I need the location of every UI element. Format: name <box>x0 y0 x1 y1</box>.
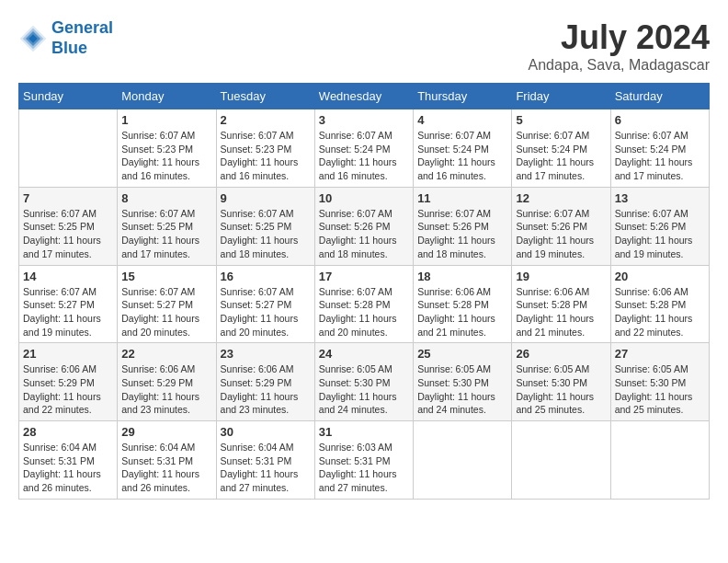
day-info: Sunrise: 6:07 AMSunset: 5:24 PMDaylight:… <box>516 129 606 183</box>
day-cell: 25Sunrise: 6:05 AMSunset: 5:30 PMDayligh… <box>414 343 512 421</box>
logo-general: General <box>51 18 113 37</box>
day-info: Sunrise: 6:06 AMSunset: 5:28 PMDaylight:… <box>516 285 606 339</box>
day-info: Sunrise: 6:06 AMSunset: 5:29 PMDaylight:… <box>23 362 113 417</box>
day-number: 31 <box>319 425 409 439</box>
page-header: General Blue July 2024 Andapa, Sava, Mad… <box>18 18 710 74</box>
week-row-3: 14Sunrise: 6:07 AMSunset: 5:27 PMDayligh… <box>19 265 710 343</box>
day-info: Sunrise: 6:07 AMSunset: 5:26 PMDaylight:… <box>417 207 507 261</box>
day-cell: 16Sunrise: 6:07 AMSunset: 5:27 PMDayligh… <box>216 265 314 343</box>
header-tuesday: Tuesday <box>216 84 314 109</box>
day-number: 13 <box>615 191 705 205</box>
day-number: 6 <box>615 113 705 127</box>
day-info: Sunrise: 6:07 AMSunset: 5:25 PMDaylight:… <box>121 207 211 261</box>
header-wednesday: Wednesday <box>314 84 413 109</box>
day-cell: 22Sunrise: 6:06 AMSunset: 5:29 PMDayligh… <box>118 343 216 421</box>
day-cell: 13Sunrise: 6:07 AMSunset: 5:26 PMDayligh… <box>610 187 709 265</box>
title-block: July 2024 Andapa, Sava, Madagascar <box>529 18 710 74</box>
week-row-5: 28Sunrise: 6:04 AMSunset: 5:31 PMDayligh… <box>19 421 710 500</box>
day-cell: 10Sunrise: 6:07 AMSunset: 5:26 PMDayligh… <box>314 187 413 265</box>
day-number: 22 <box>121 347 211 361</box>
day-info: Sunrise: 6:04 AMSunset: 5:31 PMDaylight:… <box>23 441 113 495</box>
day-cell: 14Sunrise: 6:07 AMSunset: 5:27 PMDayligh… <box>19 265 118 343</box>
week-row-2: 7Sunrise: 6:07 AMSunset: 5:25 PMDaylight… <box>19 187 710 265</box>
day-cell: 9Sunrise: 6:07 AMSunset: 5:25 PMDaylight… <box>216 187 314 265</box>
day-cell: 4Sunrise: 6:07 AMSunset: 5:24 PMDaylight… <box>414 109 512 188</box>
day-number: 30 <box>221 425 311 439</box>
day-info: Sunrise: 6:07 AMSunset: 5:24 PMDaylight:… <box>319 129 409 183</box>
day-info: Sunrise: 6:07 AMSunset: 5:26 PMDaylight:… <box>516 207 606 261</box>
day-number: 7 <box>23 191 113 205</box>
day-info: Sunrise: 6:07 AMSunset: 5:28 PMDaylight:… <box>319 285 409 339</box>
day-number: 1 <box>121 113 211 127</box>
day-info: Sunrise: 6:05 AMSunset: 5:30 PMDaylight:… <box>417 362 507 417</box>
logo-blue: Blue <box>51 39 87 57</box>
day-cell: 2Sunrise: 6:07 AMSunset: 5:23 PMDaylight… <box>216 109 314 188</box>
logo: General Blue <box>18 18 113 58</box>
day-info: Sunrise: 6:07 AMSunset: 5:27 PMDaylight:… <box>221 285 311 339</box>
day-number: 16 <box>221 270 311 283</box>
day-cell: 30Sunrise: 6:04 AMSunset: 5:31 PMDayligh… <box>216 421 314 500</box>
day-info: Sunrise: 6:05 AMSunset: 5:30 PMDaylight:… <box>615 362 705 417</box>
day-cell: 19Sunrise: 6:06 AMSunset: 5:28 PMDayligh… <box>512 265 610 343</box>
day-number: 25 <box>417 347 507 361</box>
day-info: Sunrise: 6:06 AMSunset: 5:28 PMDaylight:… <box>615 285 705 339</box>
day-number: 2 <box>221 113 311 127</box>
day-cell: 7Sunrise: 6:07 AMSunset: 5:25 PMDaylight… <box>19 187 118 265</box>
day-cell: 20Sunrise: 6:06 AMSunset: 5:28 PMDayligh… <box>610 265 709 343</box>
day-info: Sunrise: 6:07 AMSunset: 5:26 PMDaylight:… <box>615 207 705 261</box>
location: Andapa, Sava, Madagascar <box>529 57 710 74</box>
calendar-table: SundayMondayTuesdayWednesdayThursdayFrid… <box>18 83 710 500</box>
day-info: Sunrise: 6:06 AMSunset: 5:29 PMDaylight:… <box>121 362 211 417</box>
day-number: 8 <box>121 191 211 205</box>
day-info: Sunrise: 6:06 AMSunset: 5:29 PMDaylight:… <box>221 362 311 417</box>
header-row: SundayMondayTuesdayWednesdayThursdayFrid… <box>19 84 710 109</box>
day-number: 23 <box>221 347 311 361</box>
logo-icon <box>18 24 48 53</box>
day-number: 17 <box>319 270 409 283</box>
logo-text: General Blue <box>51 18 113 58</box>
day-cell: 24Sunrise: 6:05 AMSunset: 5:30 PMDayligh… <box>314 343 413 421</box>
day-cell: 27Sunrise: 6:05 AMSunset: 5:30 PMDayligh… <box>610 343 709 421</box>
header-thursday: Thursday <box>414 84 512 109</box>
day-cell: 23Sunrise: 6:06 AMSunset: 5:29 PMDayligh… <box>216 343 314 421</box>
day-cell: 1Sunrise: 6:07 AMSunset: 5:23 PMDaylight… <box>118 109 216 188</box>
day-number: 11 <box>417 191 507 205</box>
day-cell: 5Sunrise: 6:07 AMSunset: 5:24 PMDaylight… <box>512 109 610 188</box>
day-number: 26 <box>516 347 606 361</box>
day-info: Sunrise: 6:04 AMSunset: 5:31 PMDaylight:… <box>221 441 311 495</box>
day-info: Sunrise: 6:07 AMSunset: 5:23 PMDaylight:… <box>121 129 211 183</box>
day-cell: 17Sunrise: 6:07 AMSunset: 5:28 PMDayligh… <box>314 265 413 343</box>
day-number: 14 <box>23 270 113 283</box>
day-number: 28 <box>23 425 113 439</box>
day-cell: 28Sunrise: 6:04 AMSunset: 5:31 PMDayligh… <box>19 421 118 500</box>
day-cell: 26Sunrise: 6:05 AMSunset: 5:30 PMDayligh… <box>512 343 610 421</box>
header-monday: Monday <box>118 84 216 109</box>
day-cell: 12Sunrise: 6:07 AMSunset: 5:26 PMDayligh… <box>512 187 610 265</box>
month-title: July 2024 <box>529 18 710 57</box>
day-cell <box>19 109 118 188</box>
day-number: 4 <box>417 113 507 127</box>
day-cell <box>610 421 709 500</box>
day-cell: 15Sunrise: 6:07 AMSunset: 5:27 PMDayligh… <box>118 265 216 343</box>
day-cell: 11Sunrise: 6:07 AMSunset: 5:26 PMDayligh… <box>414 187 512 265</box>
header-sunday: Sunday <box>19 84 118 109</box>
day-number: 21 <box>23 347 113 361</box>
day-info: Sunrise: 6:07 AMSunset: 5:26 PMDaylight:… <box>319 207 409 261</box>
day-number: 27 <box>615 347 705 361</box>
day-number: 18 <box>417 270 507 283</box>
day-number: 29 <box>121 425 211 439</box>
day-info: Sunrise: 6:07 AMSunset: 5:24 PMDaylight:… <box>615 129 705 183</box>
day-info: Sunrise: 6:07 AMSunset: 5:23 PMDaylight:… <box>221 129 311 183</box>
day-cell <box>414 421 512 500</box>
day-number: 5 <box>516 113 606 127</box>
day-info: Sunrise: 6:05 AMSunset: 5:30 PMDaylight:… <box>516 362 606 417</box>
day-cell <box>512 421 610 500</box>
day-cell: 3Sunrise: 6:07 AMSunset: 5:24 PMDaylight… <box>314 109 413 188</box>
day-info: Sunrise: 6:07 AMSunset: 5:25 PMDaylight:… <box>221 207 311 261</box>
day-number: 20 <box>615 270 705 283</box>
header-friday: Friday <box>512 84 610 109</box>
day-info: Sunrise: 6:05 AMSunset: 5:30 PMDaylight:… <box>319 362 409 417</box>
day-cell: 29Sunrise: 6:04 AMSunset: 5:31 PMDayligh… <box>118 421 216 500</box>
day-number: 24 <box>319 347 409 361</box>
day-info: Sunrise: 6:04 AMSunset: 5:31 PMDaylight:… <box>121 441 211 495</box>
